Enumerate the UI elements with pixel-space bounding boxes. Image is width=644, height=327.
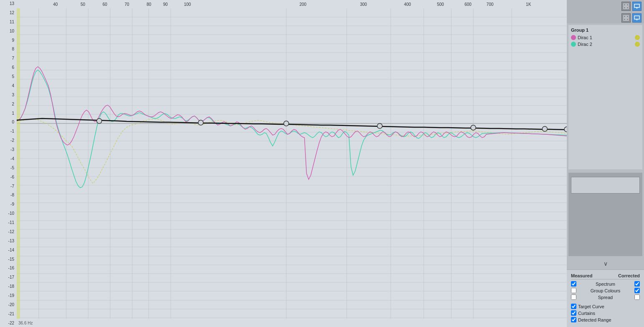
y-label: 3 xyxy=(1,93,16,97)
svg-rect-51 xyxy=(624,7,626,9)
spectrum-row: Spectrum xyxy=(571,281,640,287)
target-node-2[interactable] xyxy=(198,120,203,125)
y-label: -8 xyxy=(1,193,16,197)
y-label: 12 xyxy=(1,11,16,15)
y-highlight xyxy=(17,8,20,319)
y-label: -9 xyxy=(1,202,16,206)
y-label: -14 xyxy=(1,248,16,252)
teal-curve xyxy=(17,70,567,188)
monitor-icon-2 xyxy=(634,15,640,21)
spread-corrected-checkbox[interactable] xyxy=(634,294,640,300)
x-label-70: 70 xyxy=(124,2,129,7)
target-curve-checkbox[interactable] xyxy=(571,304,576,309)
x-label-90: 90 xyxy=(163,2,168,7)
spectrum-corrected-checkbox[interactable] xyxy=(634,281,640,287)
y-label: -12 xyxy=(1,230,16,234)
curtains-row: Curtains xyxy=(571,310,640,316)
y-label-zero: 0 xyxy=(1,120,16,124)
target-node-5[interactable] xyxy=(471,125,476,130)
curtains-checkbox[interactable] xyxy=(571,310,576,316)
target-curve-label: Target Curve xyxy=(578,304,640,309)
spread-row: Spread xyxy=(571,294,640,300)
y-label: -20 xyxy=(1,303,16,307)
y-label: 8 xyxy=(1,47,16,51)
x-label-60: 60 xyxy=(103,2,107,7)
channel-end-dot-2 xyxy=(635,42,640,47)
svg-rect-52 xyxy=(626,7,629,9)
chevron-down-icon: ∨ xyxy=(604,260,608,267)
top-icon-btn-2[interactable] xyxy=(632,2,641,11)
y-label: -13 xyxy=(1,239,16,243)
x-label-50: 50 xyxy=(81,2,85,7)
group-colours-measured-checkbox[interactable] xyxy=(571,288,576,293)
x-label-400: 400 xyxy=(404,2,411,7)
y-label: -18 xyxy=(1,284,16,289)
target-node-6[interactable] xyxy=(542,126,547,131)
svg-rect-57 xyxy=(626,15,629,18)
y-label: 6 xyxy=(1,65,16,70)
grid-icon xyxy=(623,3,629,9)
monitor-icon xyxy=(634,3,640,9)
x-label-600: 600 xyxy=(465,2,472,7)
y-label: -21 xyxy=(1,312,16,316)
group-panel: Group 1 Dirac 1 Dirac 2 xyxy=(568,25,642,169)
target-curve-row: Target Curve xyxy=(571,304,640,309)
bottom-panel: Measured Corrected Spectrum Group Colour… xyxy=(567,269,644,327)
svg-rect-56 xyxy=(624,15,626,18)
y-label: -10 xyxy=(1,211,16,216)
y-label: 11 xyxy=(1,20,16,24)
grid-icon-2 xyxy=(623,15,629,21)
y-label: -11 xyxy=(1,221,16,225)
group-colours-corrected-checkbox[interactable] xyxy=(634,288,640,293)
measured-label: Measured xyxy=(571,273,592,278)
target-node-4[interactable] xyxy=(377,123,382,128)
y-label: -4 xyxy=(1,157,16,161)
y-label: 1 xyxy=(1,111,16,116)
spread-measured-checkbox[interactable] xyxy=(571,294,576,300)
y-label: 4 xyxy=(1,84,16,88)
y-label: 9 xyxy=(1,38,16,43)
scrollbar-area[interactable] xyxy=(568,173,642,256)
curtains-label: Curtains xyxy=(578,311,640,316)
svg-rect-58 xyxy=(624,18,626,20)
channel-dot-pink xyxy=(571,35,576,40)
bottom-section-header: Measured Corrected xyxy=(571,273,640,279)
x-axis: 40 50 60 70 80 90 100 200 300 400 500 60… xyxy=(17,0,567,8)
sidebar: Group 1 Dirac 1 Dirac 2 ∨ Measured Corre… xyxy=(567,0,644,327)
svg-rect-49 xyxy=(624,4,626,6)
top-icon-btn-1[interactable] xyxy=(621,2,631,11)
y-label: -19 xyxy=(1,294,16,298)
spectrum-measured-checkbox[interactable] xyxy=(571,281,576,287)
group-colours-label: Group Colours xyxy=(578,288,633,293)
channel-label-2: Dirac 2 xyxy=(578,42,633,47)
y-label: -6 xyxy=(1,175,16,179)
target-node-1[interactable] xyxy=(97,118,102,123)
y-label: 5 xyxy=(1,75,16,79)
spread-label: Spread xyxy=(578,295,633,300)
y-label: -17 xyxy=(1,275,16,279)
scrollbar-thumb[interactable] xyxy=(571,177,640,194)
spectrum-label: Spectrum xyxy=(578,282,633,287)
svg-rect-50 xyxy=(626,4,629,6)
collapse-button[interactable]: ∨ xyxy=(567,258,644,269)
y-label: -3 xyxy=(1,148,16,152)
freq-label: 36.6 Hz xyxy=(18,321,33,325)
second-icon-btn-2[interactable] xyxy=(632,13,641,23)
x-label-40: 40 xyxy=(53,2,58,7)
svg-rect-53 xyxy=(634,4,639,8)
x-label-700: 700 xyxy=(487,2,494,7)
x-label-100: 100 xyxy=(184,2,191,7)
y-label: -22 xyxy=(1,321,16,325)
top-icon-bar xyxy=(567,0,644,13)
y-label: 13 xyxy=(1,2,16,6)
frequency-chart[interactable] xyxy=(17,8,567,319)
second-icon-btn-1[interactable] xyxy=(621,13,631,23)
y-label: -16 xyxy=(1,266,16,270)
target-node-3[interactable] xyxy=(284,121,289,126)
detected-range-label: Detected Range xyxy=(578,317,640,322)
x-label-200: 200 xyxy=(299,2,306,7)
detected-range-checkbox[interactable] xyxy=(571,317,576,322)
channel-dot-teal xyxy=(571,42,576,47)
channel-row-1: Dirac 1 xyxy=(571,35,640,40)
y-label: -7 xyxy=(1,184,16,189)
